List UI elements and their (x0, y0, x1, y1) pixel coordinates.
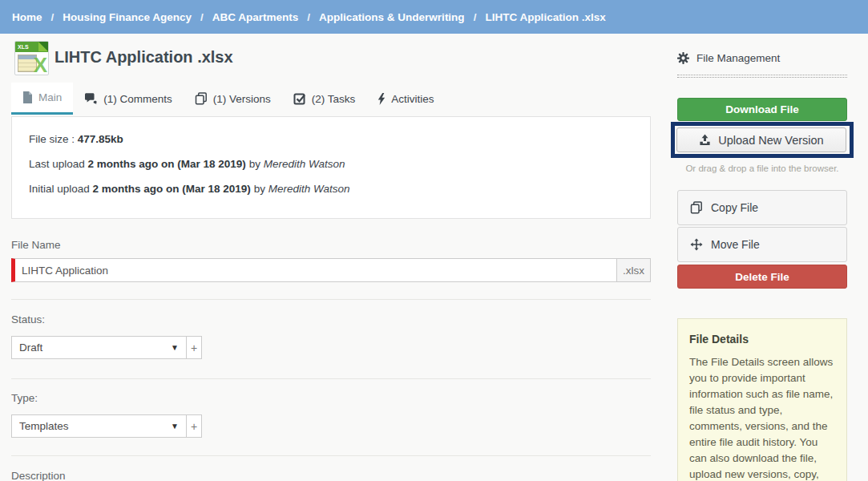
initial-upload-user: Meredith Watson (268, 183, 350, 195)
move-arrows-icon (690, 238, 703, 251)
last-upload-date: 2 months ago on (Mar 18 2019) (88, 158, 246, 170)
add-type-button[interactable]: + (186, 414, 202, 438)
type-label: Type: (11, 392, 38, 404)
tab-tasks[interactable]: (2) Tasks (282, 83, 367, 115)
status-select[interactable]: Draft ▼ (11, 336, 187, 359)
initial-upload-by: by (251, 183, 268, 195)
breadcrumb-applications[interactable]: Applications & Underwriting (319, 11, 465, 23)
sidebar-heading-label: File Management (696, 52, 780, 64)
versions-icon (195, 92, 208, 105)
status-select-group: Draft ▼ + (11, 336, 202, 359)
file-details-body: The File Details screen allows you to pr… (689, 354, 835, 481)
file-details-page: Home / Housing Finance Agency / ABC Apar… (0, 0, 868, 481)
tasks-checkbox-icon (293, 92, 306, 105)
copy-icon (690, 201, 703, 214)
tab-comments[interactable]: (1) Comments (73, 83, 184, 115)
tab-bar: Main (1) Comments (1) Versions (2) Tasks… (11, 83, 446, 115)
comments-icon (84, 93, 98, 105)
tab-versions-label: (1) Versions (213, 93, 271, 105)
tab-main[interactable]: Main (11, 83, 73, 115)
upload-new-version-label: Upload New Version (718, 134, 823, 147)
dotted-divider (677, 75, 847, 78)
breadcrumb-home[interactable]: Home (12, 11, 42, 23)
initial-upload-prefix: Initial upload (29, 183, 93, 195)
tab-main-label: Main (38, 91, 62, 103)
lightning-bolt-icon (377, 93, 386, 105)
type-select[interactable]: Templates ▼ (11, 414, 187, 438)
sidebar-heading: File Management (677, 52, 780, 64)
file-info-panel: File size : 477.85kb Last upload 2 month… (11, 116, 651, 219)
upload-icon (699, 134, 711, 146)
file-details-heading: File Details (689, 333, 835, 346)
delete-file-label: Delete File (735, 271, 789, 283)
page-title: LIHTC Application .xlsx (55, 48, 233, 67)
copy-file-label: Copy File (711, 201, 758, 214)
file-icon (22, 91, 33, 103)
download-file-button[interactable]: Download File (677, 98, 847, 121)
drag-drop-hint: Or drag & drop a file into the browser. (672, 164, 852, 173)
dropdown-arrow-icon: ▼ (171, 343, 179, 352)
last-upload-line: Last upload 2 months ago on (Mar 18 2019… (29, 158, 633, 170)
tab-versions[interactable]: (1) Versions (184, 83, 282, 115)
gear-icon (677, 52, 689, 64)
divider (11, 378, 651, 379)
file-size-line: File size : 477.85kb (29, 133, 633, 145)
file-details-help-panel: File Details The File Details screen all… (677, 318, 847, 481)
description-label: Description (11, 470, 66, 481)
file-name-label: File Name (11, 239, 61, 251)
initial-upload-line: Initial upload 2 months ago on (Mar 18 2… (29, 183, 633, 195)
last-upload-prefix: Last upload (29, 158, 88, 170)
type-selected-value: Templates (19, 420, 69, 432)
move-file-label: Move File (711, 238, 760, 251)
divider (11, 455, 651, 456)
delete-file-button[interactable]: Delete File (677, 265, 847, 289)
breadcrumb: Home / Housing Finance Agency / ABC Apar… (0, 0, 868, 34)
breadcrumb-separator: / (474, 11, 477, 23)
status-selected-value: Draft (19, 342, 42, 354)
breadcrumb-separator: / (307, 11, 310, 23)
last-upload-by: by (246, 158, 264, 170)
xls-file-icon: XLS X (14, 41, 49, 75)
tab-activities[interactable]: Activities (366, 83, 445, 115)
tab-activities-label: Activities (391, 93, 434, 105)
breadcrumb-separator: / (200, 11, 204, 23)
add-status-button[interactable]: + (186, 336, 202, 359)
xls-fold-icon (38, 42, 48, 51)
file-size-label: File size : (29, 133, 78, 145)
type-select-group: Templates ▼ + (11, 414, 202, 438)
move-file-button[interactable]: Move File (677, 227, 847, 262)
file-size-value: 477.85kb (78, 133, 123, 145)
breadcrumb-apartments[interactable]: ABC Apartments (212, 11, 299, 23)
copy-file-button[interactable]: Copy File (677, 190, 847, 225)
status-label: Status: (11, 313, 45, 325)
download-file-label: Download File (725, 103, 799, 115)
file-name-group: .xlsx (11, 258, 651, 282)
upload-highlight-outline: Upload New Version (671, 122, 854, 158)
tab-comments-label: (1) Comments (103, 93, 172, 105)
file-name-input[interactable] (11, 258, 617, 282)
upload-new-version-button[interactable]: Upload New Version (676, 127, 846, 152)
breadcrumb-separator: / (51, 11, 55, 23)
initial-upload-date: 2 months ago on (Mar 18 2019) (93, 183, 251, 195)
divider (11, 299, 651, 300)
last-upload-user: Meredith Watson (264, 158, 345, 170)
xls-x-glyph: X (34, 53, 47, 75)
breadcrumb-current-file: LIHTC Application .xlsx (485, 11, 605, 23)
dropdown-arrow-icon: ▼ (171, 422, 179, 430)
breadcrumb-agency[interactable]: Housing Finance Agency (63, 11, 192, 23)
file-extension-addon: .xlsx (617, 258, 651, 282)
tab-tasks-label: (2) Tasks (312, 93, 356, 105)
